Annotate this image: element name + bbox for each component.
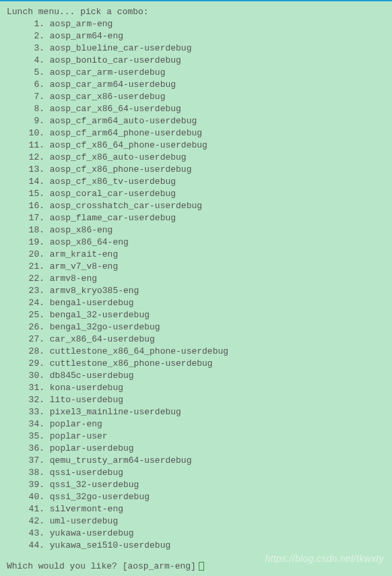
menu-item-label: aosp_flame_car-userdebug <box>44 213 176 223</box>
lunch-menu-item: 24. bengal-userdebug <box>28 297 385 309</box>
menu-item-label: arm_krait-eng <box>44 249 118 259</box>
menu-item-number: 22. <box>28 273 44 285</box>
menu-item-number: 1. <box>28 18 44 30</box>
menu-item-label: poplar-userdebug <box>44 443 134 453</box>
lunch-menu-item: 37. qemu_trusty_arm64-userdebug <box>28 455 385 467</box>
lunch-menu-item: 19. aosp_x86_64-eng <box>28 236 385 249</box>
prompt-question: Which would you like? <box>7 561 123 571</box>
menu-item-number: 13. <box>28 164 44 176</box>
lunch-menu-item: 9. aosp_cf_arm64_auto-userdebug <box>28 115 385 127</box>
menu-item-label: aosp_cf_x86_64_phone-userdebug <box>44 140 207 150</box>
lunch-menu-item: 44. yukawa_sei510-userdebug <box>28 540 385 552</box>
menu-item-label: bengal_32-userdebug <box>44 310 150 320</box>
menu-item-number: 9. <box>28 115 44 127</box>
lunch-menu-item: 40. qssi_32go-userdebug <box>28 491 385 503</box>
menu-item-number: 24. <box>28 297 44 309</box>
lunch-menu-list: 1. aosp_arm-eng2. aosp_arm64-eng3. aosp_… <box>7 18 385 552</box>
menu-item-label: qssi-userdebug <box>44 468 123 478</box>
menu-item-number: 35. <box>28 430 44 443</box>
lunch-menu-item: 43. yukawa-userdebug <box>28 527 385 540</box>
menu-item-label: poplar-user <box>44 431 108 441</box>
cursor-icon <box>199 562 204 571</box>
menu-item-number: 2. <box>28 30 44 42</box>
menu-item-label: bengal-userdebug <box>44 298 134 308</box>
lunch-menu-item: 41. silvermont-eng <box>28 503 385 515</box>
menu-item-number: 10. <box>28 127 44 139</box>
menu-item-number: 41. <box>28 503 44 515</box>
menu-item-number: 30. <box>28 370 44 382</box>
lunch-menu-item: 36. poplar-userdebug <box>28 443 385 455</box>
menu-item-number: 44. <box>28 540 44 552</box>
menu-item-label: yukawa_sei510-userdebug <box>44 540 170 550</box>
menu-item-label: aosp_car_x86-userdebug <box>44 92 165 102</box>
lunch-menu-item: 26. bengal_32go-userdebug <box>28 321 385 333</box>
menu-item-label: cuttlestone_x86_phone-userdebug <box>44 358 213 369</box>
menu-item-number: 6. <box>28 79 44 91</box>
prompt-default: [aosp_arm-eng] <box>123 561 196 571</box>
menu-item-label: aosp_blueline_car-userdebug <box>44 43 191 53</box>
prompt-line[interactable]: Which would you like? [aosp_arm-eng] <box>7 561 385 571</box>
menu-item-label: aosp_x86_64-eng <box>44 237 129 247</box>
lunch-menu-item: 17. aosp_flame_car-userdebug <box>28 212 385 224</box>
lunch-menu-item: 32. lito-userdebug <box>28 394 385 406</box>
menu-item-number: 38. <box>28 467 44 479</box>
menu-item-number: 43. <box>28 527 44 540</box>
lunch-menu-item: 16. aosp_crosshatch_car-userdebug <box>28 200 385 212</box>
menu-item-number: 39. <box>28 479 44 491</box>
menu-item-number: 26. <box>28 321 44 333</box>
lunch-menu-item: 30. db845c-userdebug <box>28 370 385 382</box>
menu-item-number: 15. <box>28 188 44 200</box>
menu-item-number: 28. <box>28 346 44 358</box>
menu-item-label: aosp_car_arm64-userdebug <box>44 79 176 90</box>
lunch-menu-item: 35. poplar-user <box>28 430 385 443</box>
menu-item-label: aosp_cf_arm64_phone-userdebug <box>44 128 202 138</box>
lunch-menu-item: 13. aosp_cf_x86_phone-userdebug <box>28 164 385 176</box>
menu-item-label: bengal_32go-userdebug <box>44 322 160 332</box>
menu-item-number: 11. <box>28 139 44 152</box>
menu-item-label: car_x86_64-userdebug <box>44 334 155 344</box>
lunch-menu-item: 6. aosp_car_arm64-userdebug <box>28 79 385 91</box>
menu-item-label: poplar-eng <box>44 419 102 429</box>
menu-item-number: 37. <box>28 455 44 467</box>
menu-item-label: aosp_arm64-eng <box>44 31 123 41</box>
lunch-menu-item: 18. aosp_x86-eng <box>28 224 385 236</box>
lunch-menu-item: 20. arm_krait-eng <box>28 249 385 261</box>
lunch-menu-item: 4. aosp_bonito_car-userdebug <box>28 55 385 67</box>
menu-item-number: 3. <box>28 42 44 55</box>
menu-item-label: lito-userdebug <box>44 395 123 405</box>
menu-item-label: qssi_32-userdebug <box>44 480 139 490</box>
menu-item-number: 42. <box>28 515 44 527</box>
menu-item-number: 31. <box>28 382 44 394</box>
menu-item-label: pixel3_mainline-userdebug <box>44 407 181 417</box>
menu-item-number: 4. <box>28 55 44 67</box>
menu-item-number: 25. <box>28 309 44 321</box>
menu-item-label: aosp_car_x86_64-userdebug <box>44 104 181 114</box>
menu-item-number: 16. <box>28 200 44 212</box>
lunch-menu-item: 31. kona-userdebug <box>28 382 385 394</box>
menu-item-label: aosp_arm-eng <box>44 19 112 29</box>
lunch-menu-item: 42. uml-userdebug <box>28 515 385 527</box>
lunch-menu-item: 23. armv8_kryo385-eng <box>28 285 385 297</box>
lunch-menu-item: 34. poplar-eng <box>28 418 385 430</box>
lunch-menu-item: 5. aosp_car_arm-userdebug <box>28 67 385 79</box>
menu-item-label: yukawa-userdebug <box>44 528 134 538</box>
menu-item-label: silvermont-eng <box>44 504 123 514</box>
menu-item-number: 7. <box>28 91 44 103</box>
menu-item-number: 17. <box>28 212 44 224</box>
menu-item-number: 36. <box>28 443 44 455</box>
menu-item-label: qssi_32go-userdebug <box>44 492 150 502</box>
lunch-menu-item: 10. aosp_cf_arm64_phone-userdebug <box>28 127 385 139</box>
menu-item-label: uml-userdebug <box>44 516 118 526</box>
menu-item-label: kona-userdebug <box>44 383 123 393</box>
lunch-menu-item: 38. qssi-userdebug <box>28 467 385 479</box>
lunch-menu-item: 8. aosp_car_x86_64-userdebug <box>28 103 385 115</box>
menu-item-label: aosp_crosshatch_car-userdebug <box>44 201 202 211</box>
menu-item-label: armv8_kryo385-eng <box>44 286 139 296</box>
lunch-menu-item: 25. bengal_32-userdebug <box>28 309 385 321</box>
lunch-menu-item: 15. aosp_coral_car-userdebug <box>28 188 385 200</box>
lunch-menu-item: 39. qssi_32-userdebug <box>28 479 385 491</box>
lunch-menu-item: 2. aosp_arm64-eng <box>28 30 385 42</box>
lunch-menu-item: 12. aosp_cf_x86_auto-userdebug <box>28 152 385 164</box>
menu-item-label: aosp_car_arm-userdebug <box>44 67 165 77</box>
menu-item-number: 27. <box>28 333 44 346</box>
